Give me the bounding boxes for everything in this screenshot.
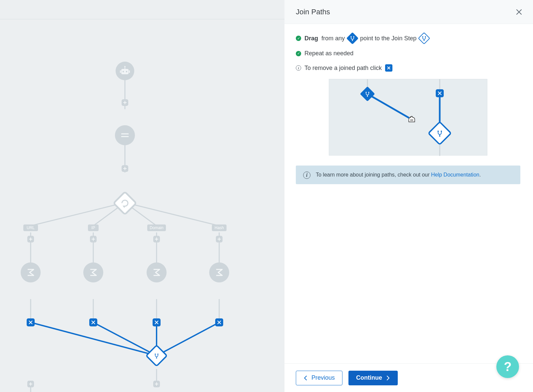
svg-point-40	[21, 262, 41, 282]
add-step-button[interactable]	[216, 236, 223, 242]
add-step-button[interactable]	[153, 236, 160, 242]
panel-title: Join Paths	[296, 8, 330, 16]
svg-rect-64	[428, 122, 451, 145]
action-node[interactable]	[21, 262, 41, 282]
help-text: .	[479, 172, 481, 178]
add-step-button[interactable]	[153, 381, 160, 387]
condition-node[interactable]	[115, 125, 135, 145]
close-panel-button[interactable]	[514, 7, 524, 17]
help-callout: i To learn more about joining paths, che…	[296, 166, 520, 184]
instruction-text: To remove a joined path click	[304, 65, 382, 72]
add-step-button[interactable]	[122, 99, 128, 106]
svg-line-60	[367, 94, 409, 118]
instruction-text: from any	[321, 35, 345, 42]
instruction-repeat: ✓ Repeat as needed	[296, 50, 520, 57]
svg-rect-37	[114, 192, 136, 214]
side-panel: Join Paths ✓ Drag from any point to the …	[284, 0, 533, 392]
remove-join-icon	[385, 64, 392, 72]
svg-point-31	[124, 66, 126, 67]
branch-label: Domain	[150, 225, 163, 230]
svg-rect-62	[360, 86, 375, 101]
join-step-node[interactable]	[146, 345, 167, 366]
start-node[interactable]	[116, 62, 134, 80]
button-label: Continue	[356, 374, 382, 381]
demo-illustration	[329, 79, 487, 156]
instruction-drag: ✓ Drag from any point to the Join Step	[296, 34, 520, 43]
info-icon: i	[303, 172, 310, 179]
previous-button[interactable]: Previous	[296, 371, 342, 385]
svg-line-21	[93, 322, 157, 356]
svg-line-23	[157, 322, 219, 356]
branch-label: IP	[91, 225, 95, 230]
help-documentation-link[interactable]: Help Documentation	[431, 172, 479, 178]
workflow-diagram: URL	[0, 19, 284, 392]
help-fab-button[interactable]: ?	[496, 355, 519, 378]
svg-point-28	[123, 71, 124, 72]
svg-rect-33	[129, 70, 130, 73]
remove-join-button[interactable]	[153, 318, 161, 326]
instruction-text: Repeat as needed	[304, 50, 353, 57]
workflow-canvas[interactable]: URL	[0, 0, 284, 392]
svg-point-53	[209, 262, 229, 282]
svg-line-20	[31, 322, 157, 356]
add-step-button[interactable]	[122, 165, 128, 172]
svg-line-11	[125, 202, 219, 226]
remove-join-button[interactable]	[215, 318, 223, 326]
continue-button[interactable]: Continue	[348, 371, 398, 385]
instruction-text: point to the Join Step	[360, 35, 416, 42]
loop-node[interactable]	[114, 192, 136, 214]
svg-line-8	[31, 202, 125, 226]
svg-point-35	[115, 125, 135, 145]
chevron-left-icon	[303, 375, 307, 381]
canvas-topbar	[0, 0, 284, 19]
svg-rect-27	[121, 69, 129, 74]
chevron-right-icon	[386, 375, 390, 381]
remove-join-button[interactable]	[89, 318, 97, 326]
add-step-button[interactable]	[90, 236, 97, 242]
svg-point-49	[147, 262, 167, 282]
help-text: To learn more about joining paths, check…	[316, 172, 431, 178]
join-step-icon	[418, 32, 430, 45]
svg-rect-32	[120, 70, 121, 73]
branch-label: URL	[27, 225, 35, 230]
info-icon: i	[296, 65, 301, 71]
button-label: Previous	[311, 374, 335, 381]
action-node[interactable]	[147, 262, 167, 282]
question-icon: ?	[504, 360, 511, 374]
instruction-drag-bold: Drag	[304, 35, 318, 42]
action-node[interactable]	[83, 262, 103, 282]
svg-point-29	[126, 71, 127, 72]
branch-label: Hash	[215, 225, 224, 230]
instruction-remove: i To remove a joined path click	[296, 64, 520, 72]
check-icon: ✓	[296, 51, 301, 56]
join-point-icon	[346, 32, 359, 45]
add-step-button[interactable]	[27, 381, 34, 387]
svg-point-45	[83, 262, 103, 282]
svg-rect-55	[146, 345, 167, 366]
panel-footer: Previous Continue	[284, 363, 533, 392]
action-node[interactable]	[209, 262, 229, 282]
add-step-button[interactable]	[27, 236, 34, 242]
check-icon: ✓	[296, 36, 301, 41]
close-icon	[516, 9, 522, 15]
cursor-icon	[409, 116, 415, 122]
remove-join-button[interactable]	[27, 318, 35, 326]
